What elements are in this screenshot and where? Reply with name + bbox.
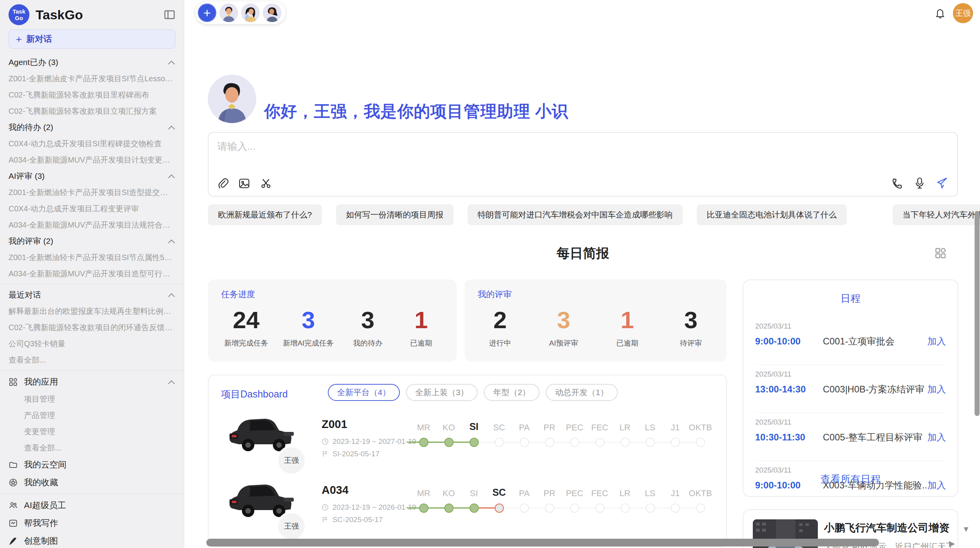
list-item[interactable]: C02-飞腾新能源轻客改款项目的闭环通告反馈情况	[9, 319, 175, 336]
send-icon[interactable]	[935, 176, 949, 190]
list-item[interactable]: A034-全新新能源MUV产品开发项目造型可行性评审	[9, 265, 175, 282]
horizontal-scrollbar[interactable]	[206, 539, 879, 546]
join-link[interactable]: 加入	[927, 383, 946, 396]
milestone-label: LR	[612, 488, 637, 498]
sidebar-item-cloud-space[interactable]: 我的云空间	[9, 456, 175, 474]
list-item[interactable]: 公司Q3轻卡销量	[9, 336, 175, 352]
list-item[interactable]: Z001-全新燃油轻卡产品开发项目SI节点属性5D文件评审	[9, 249, 175, 265]
suggestion-chip[interactable]: 当下年轻人对汽车外观有怎样的喜好趋势	[893, 204, 980, 225]
notification-bell-icon[interactable]	[934, 7, 947, 21]
app-item-product-mgmt[interactable]: 产品管理	[9, 407, 175, 423]
user-avatar[interactable]: 王强	[953, 3, 973, 23]
milestone-dot	[520, 438, 529, 447]
avatar[interactable]	[219, 3, 238, 22]
list-item[interactable]: 解释最新出台的欧盟报废车法规再生塑料比例被调至15%...	[9, 303, 175, 319]
input-placeholder: 请输入...	[217, 140, 256, 153]
milestone-dot	[595, 503, 605, 513]
join-link[interactable]: 加入	[927, 431, 946, 444]
schedule-item: 2025/03/11 13:00-14:30 C003|H0B-方案冻结评审 加…	[755, 370, 946, 396]
clock-icon	[322, 438, 329, 445]
sidebar-item-ai-super-staff[interactable]: AI超级员工	[9, 497, 175, 514]
milestone-dot-done	[444, 438, 454, 447]
milestone-label: LR	[612, 423, 637, 433]
schedule-date: 2025/03/11	[755, 322, 946, 331]
view-all-schedule-link[interactable]: 查看所有日程	[744, 473, 958, 486]
flag-icon	[322, 516, 329, 523]
avatar[interactable]	[263, 3, 281, 22]
schedule-card: 日程 2025/03/11 9:00-10:00 C001-立项审批会 加入 2…	[743, 279, 958, 497]
suggestion-chip[interactable]: 比亚迪全固态电池计划具体说了什么	[697, 204, 847, 225]
people-icon	[9, 501, 18, 510]
list-item[interactable]: A034-全新新能源MUV产品开发项目法规符合性评审	[9, 217, 175, 233]
view-all-recent[interactable]: 查看全部...	[9, 352, 175, 368]
scroll-right-arrow[interactable]: ▶	[949, 539, 955, 548]
chevron-up-icon[interactable]	[168, 123, 175, 132]
section-my-review[interactable]: 我的评审 (2)	[9, 233, 175, 249]
project-row[interactable]: 王强 Z001 2023-12-19 ~ 2027-01-19 SI-2025-…	[209, 406, 726, 471]
layout-grid-icon[interactable]	[934, 247, 947, 259]
filter-tab[interactable]: 动总开发（1）	[546, 384, 618, 401]
section-recent-chats[interactable]: 最近对话	[9, 287, 175, 303]
schedule-date: 2025/03/11	[755, 418, 946, 426]
divider	[755, 365, 946, 365]
milestone-label: KO	[436, 423, 461, 433]
suggestion-chip[interactable]: 欧洲新规最近颁布了什么?	[208, 204, 322, 225]
filter-tab[interactable]: 全新平台（4）	[328, 384, 400, 401]
list-item[interactable]: A034-全新新能源MUV产品开发项目计划变更表编写	[9, 152, 175, 168]
list-item[interactable]: C02-飞腾新能源轻客改款项目里程碑画布	[9, 87, 175, 103]
add-member-button[interactable]: +	[198, 3, 216, 22]
sidebar-item-help-me-write[interactable]: 帮我写作	[9, 514, 175, 532]
suggestion-chip[interactable]: 如何写一份清晰的项目周报	[336, 204, 454, 225]
milestone-label-current: SC	[487, 487, 512, 498]
view-all-apps[interactable]: 查看全部...	[9, 440, 175, 456]
new-chat-button[interactable]: + 新对话	[9, 29, 175, 49]
milestone-dot-done	[419, 438, 428, 447]
milestone-dot	[671, 438, 680, 447]
list-item[interactable]: C0X4-动力总成开发项目工程变更评审	[9, 200, 175, 217]
stat-my-todo: 3 我的待办	[348, 306, 387, 348]
scroll-down-arrow[interactable]: ▼	[962, 525, 970, 534]
briefing-title: 每日简报	[208, 245, 958, 262]
chevron-up-icon[interactable]	[168, 171, 175, 181]
app-item-change-mgmt[interactable]: 变更管理	[9, 423, 175, 440]
join-link[interactable]: 加入	[927, 335, 946, 348]
chevron-up-icon[interactable]	[168, 58, 175, 67]
greeting-text: 你好，王强，我是你的项目管理助理 小识	[264, 101, 569, 122]
list-item[interactable]: C0X4-动力总成开发项目SI里程碑提交物检查	[9, 135, 175, 152]
sidebar-item-label: AI超级员工	[24, 500, 66, 511]
avatar[interactable]	[241, 3, 260, 22]
sidebar-item-favorites[interactable]: 我的收藏	[9, 474, 175, 491]
chevron-up-icon[interactable]	[168, 236, 175, 246]
sidebar-item-my-apps[interactable]: 我的应用	[9, 373, 175, 391]
project-dates: 2023-12-19 ~ 2027-01-19	[322, 437, 416, 446]
milestone-label: J1	[663, 423, 688, 433]
section-label: 最近对话	[9, 289, 41, 300]
divider	[0, 494, 184, 494]
list-item[interactable]: Z001-全新燃油皮卡产品开发项目SI节点Lesson Learn报告	[9, 70, 175, 87]
sidebar-collapse-icon[interactable]	[164, 9, 175, 21]
app-window: Task Go TaskGo + 新对话 Agent已办 (3) Z001-全新…	[0, 0, 980, 548]
section-agent-done[interactable]: Agent已办 (3)	[9, 54, 175, 70]
scissors-icon[interactable]	[260, 177, 272, 190]
chat-input[interactable]: 请输入...	[208, 132, 958, 197]
chevron-up-icon[interactable]	[168, 377, 175, 387]
microphone-icon[interactable]	[914, 177, 925, 189]
list-item[interactable]: C02-飞腾新能源轻客改款项目立项汇报方案	[9, 103, 175, 119]
suggestion-chip[interactable]: 特朗普可能对进口汽车增税会对中国车企造成哪些影响	[468, 204, 683, 225]
star-circle-icon	[9, 478, 18, 487]
schedule-time: 10:30-11:30	[755, 432, 823, 443]
list-item[interactable]: Z001-全新燃油轻卡产品开发项目SI造型提交物评审	[9, 184, 175, 200]
image-icon[interactable]	[238, 177, 250, 190]
sidebar-item-creative-drawing[interactable]: 创意制图	[9, 532, 175, 548]
filter-tab[interactable]: 年型（2）	[484, 384, 540, 401]
app-item-project-mgmt[interactable]: 项目管理	[9, 391, 175, 407]
vertical-scrollbar[interactable]	[975, 211, 980, 416]
chevron-up-icon[interactable]	[168, 290, 175, 300]
attachment-icon[interactable]	[217, 178, 229, 189]
project-row[interactable]: 王强 A034 2023-12-19 ~ 2026-01-19 SC-2025-…	[209, 471, 726, 537]
phone-icon[interactable]	[891, 177, 904, 189]
filter-tab[interactable]: 全新上装（3）	[406, 384, 478, 401]
section-ai-review[interactable]: AI评审 (3)	[9, 168, 175, 184]
milestone-dot	[595, 438, 605, 447]
section-my-todo[interactable]: 我的待办 (2)	[9, 119, 175, 135]
